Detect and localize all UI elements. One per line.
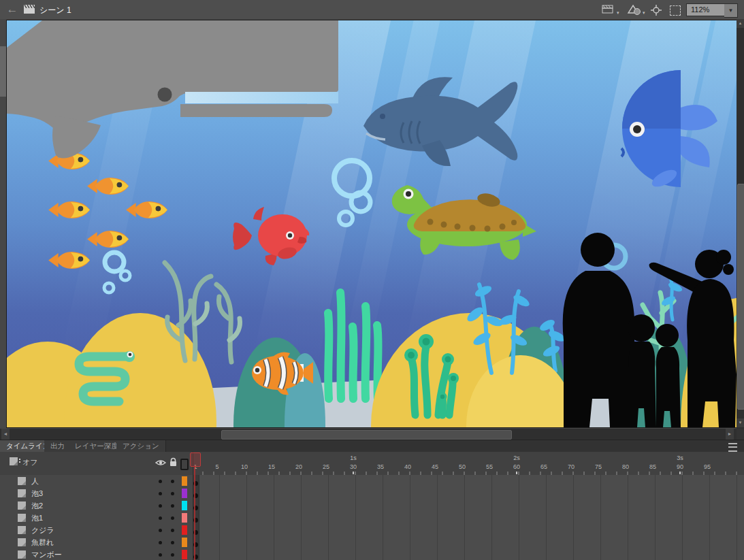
- layer-lock-dot[interactable]: [171, 480, 174, 483]
- ruler-frame-60[interactable]: 60: [513, 463, 520, 470]
- playhead-line[interactable]: [194, 465, 195, 560]
- layer-frame-track[interactable]: [193, 499, 744, 512]
- layer-visibility-dot[interactable]: [159, 492, 162, 495]
- layer-lock-dot[interactable]: [171, 504, 174, 508]
- clip-content-icon[interactable]: [670, 5, 681, 16]
- layer-name[interactable]: 泡2: [31, 501, 43, 511]
- layer-color-swatch[interactable]: [182, 513, 187, 523]
- layer-frame-track[interactable]: [193, 512, 744, 524]
- ruler-frame-10[interactable]: 10: [241, 463, 248, 470]
- ruler-frame-5[interactable]: 5: [215, 463, 219, 470]
- stage-canvas[interactable]: [7, 20, 737, 427]
- layer-row-kujira[interactable]: クジラ: [0, 524, 744, 537]
- layer-visibility-dot[interactable]: [159, 516, 162, 520]
- scroll-down-button[interactable]: ▼: [737, 418, 744, 427]
- name-column-divider: [193, 452, 193, 560]
- scroll-right-button[interactable]: ►: [726, 429, 734, 440]
- stage-viewport[interactable]: [0, 19, 737, 429]
- ruler-frame-90[interactable]: 90: [677, 463, 683, 470]
- edit-symbols-icon[interactable]: [627, 4, 643, 16]
- layer-lock-dot[interactable]: [171, 553, 174, 557]
- ruler-frame-30[interactable]: 30: [350, 463, 357, 470]
- ruler-frame-70[interactable]: 70: [568, 463, 575, 470]
- ruler-second-3s: 3s: [677, 455, 683, 461]
- scrollbar-corner: [737, 429, 744, 440]
- tab-output[interactable]: 出力: [44, 440, 71, 452]
- show-hide-all-eye-icon[interactable]: [155, 459, 167, 467]
- layer-name[interactable]: 泡3: [31, 489, 43, 499]
- timeline-header: オフ 1 5 10 15 20 25 30 35 40 45 50 55 60 …: [0, 452, 744, 476]
- layer-color-swatch[interactable]: [182, 489, 187, 498]
- layer-color-swatch[interactable]: [182, 476, 187, 486]
- layer-frame-track[interactable]: [193, 536, 744, 548]
- layer-name[interactable]: 魚群れ: [31, 538, 54, 548]
- whale-offstage-part: [0, 46, 7, 97]
- layer-lock-dot[interactable]: [171, 529, 174, 532]
- ruler-frame-50[interactable]: 50: [459, 463, 466, 470]
- layer-name[interactable]: 人: [31, 476, 39, 487]
- layer-color-swatch[interactable]: [182, 538, 187, 547]
- scroll-left-button[interactable]: ◄: [1, 429, 10, 440]
- zoom-level-field[interactable]: 112%: [686, 3, 728, 16]
- edit-scene-icon[interactable]: [602, 4, 617, 16]
- edit-bar: ← シーン 1 ▾ ▾ 112% ▼: [0, 0, 744, 20]
- layer-name[interactable]: クジラ: [31, 525, 54, 536]
- panel-menu-icon[interactable]: [728, 443, 737, 452]
- layer-row-awa1[interactable]: 泡1: [0, 512, 744, 525]
- ruler-frame-25[interactable]: 25: [323, 463, 329, 470]
- layer-row-sakanamure[interactable]: 魚群れ: [0, 536, 744, 549]
- layer-row-hito[interactable]: 人: [0, 475, 744, 488]
- layer-name[interactable]: 泡1: [31, 513, 43, 523]
- playhead-marker[interactable]: [190, 452, 201, 467]
- ruler-frame-35[interactable]: 35: [377, 463, 384, 470]
- layer-row-awa2[interactable]: 泡2: [0, 499, 744, 512]
- layer-frame-track[interactable]: [193, 524, 744, 536]
- horizontal-scrollbar-thumb[interactable]: [221, 430, 512, 440]
- layer-color-swatch[interactable]: [182, 550, 187, 559]
- edit-symbols-caret[interactable]: ▾: [643, 10, 645, 16]
- ruler-frame-95[interactable]: 95: [704, 463, 711, 470]
- layer-lock-dot[interactable]: [171, 492, 174, 495]
- zoom-dropdown-button[interactable]: ▼: [724, 3, 738, 18]
- layer-lock-dot[interactable]: [171, 516, 174, 520]
- lock-all-icon[interactable]: [169, 457, 178, 467]
- layer-parenting-state[interactable]: オフ: [22, 457, 38, 467]
- scroll-up-button[interactable]: ▲: [737, 19, 744, 28]
- layer-page-icon: [18, 538, 26, 546]
- vertical-scrollbar-thumb[interactable]: [737, 184, 744, 410]
- ruler-frame-65[interactable]: 65: [540, 463, 547, 470]
- outline-all-icon[interactable]: [180, 459, 189, 470]
- edit-scene-caret[interactable]: ▾: [617, 10, 619, 16]
- ruler-frame-40[interactable]: 40: [404, 463, 411, 470]
- back-arrow-icon[interactable]: ←: [5, 2, 19, 17]
- tab-actions[interactable]: アクション: [116, 440, 166, 452]
- layer-parenting-icon[interactable]: [10, 457, 18, 465]
- layer-page-icon: [18, 526, 26, 534]
- layer-color-swatch[interactable]: [182, 501, 187, 510]
- layer-row-manbo[interactable]: マンボー: [0, 548, 744, 560]
- ruler-second-2s: 2s: [513, 455, 520, 461]
- layer-visibility-dot[interactable]: [159, 553, 162, 557]
- ruler-frame-15[interactable]: 15: [268, 463, 275, 470]
- layer-row-awa3[interactable]: 泡3: [0, 487, 744, 500]
- layer-lock-dot[interactable]: [171, 541, 174, 544]
- ruler-frame-75[interactable]: 75: [595, 463, 602, 470]
- ruler-frame-55[interactable]: 55: [486, 463, 493, 470]
- scene-name: シーン 1: [39, 5, 71, 16]
- layer-color-swatch[interactable]: [182, 525, 187, 535]
- layer-frame-track[interactable]: [193, 475, 744, 487]
- layer-visibility-dot[interactable]: [159, 541, 162, 544]
- ruler-frame-85[interactable]: 85: [649, 463, 656, 470]
- center-frame-icon[interactable]: [650, 5, 662, 16]
- scene-clapperboard-icon: [23, 4, 36, 15]
- layer-visibility-dot[interactable]: [159, 504, 162, 508]
- layer-visibility-dot[interactable]: [159, 529, 162, 532]
- ruler-frame-45[interactable]: 45: [432, 463, 438, 470]
- layer-visibility-dot[interactable]: [159, 480, 162, 483]
- layer-frame-track[interactable]: [193, 487, 744, 499]
- layer-name[interactable]: マンボー: [31, 550, 62, 560]
- ruler-frame-80[interactable]: 80: [622, 463, 629, 470]
- ruler-frame-20[interactable]: 20: [295, 463, 302, 470]
- layer-frame-track[interactable]: [193, 548, 744, 560]
- animate-application: ← シーン 1 ▾ ▾ 112% ▼: [0, 0, 744, 560]
